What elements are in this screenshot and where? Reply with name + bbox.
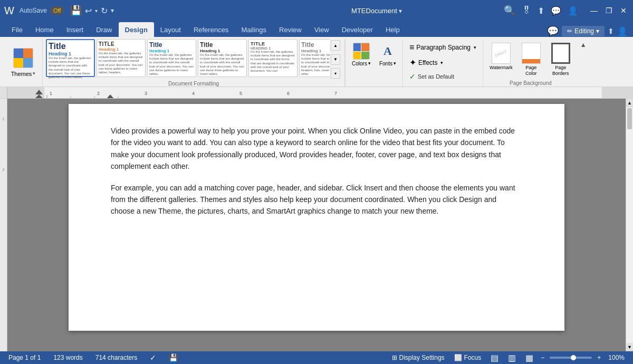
scrollbar-thumb[interactable]	[627, 108, 632, 129]
zoom-minus-button[interactable]: −	[541, 354, 544, 361]
page-count-label[interactable]: Page 1 of 1	[6, 354, 43, 361]
close-button[interactable]: ✕	[618, 5, 629, 16]
tab-home[interactable]: Home	[29, 22, 60, 37]
undo-dropdown[interactable]: ▾	[95, 8, 98, 14]
autosave-label: AutoSave	[20, 7, 47, 14]
copilot-icon[interactable]: 🎖	[522, 5, 531, 16]
zoom-thumb[interactable]	[571, 355, 576, 360]
tab-layout[interactable]: Layout	[154, 22, 187, 37]
style1-heading: Heading 1	[49, 51, 92, 56]
svg-text:5: 5	[239, 91, 242, 96]
proofing-button[interactable]: ✓	[148, 353, 158, 362]
ruler-main: 1 2 3 4 5 6 7	[7, 87, 633, 98]
page-color-button[interactable]: PageColor	[518, 41, 544, 78]
svg-text:4: 4	[192, 91, 195, 96]
print-layout-button[interactable]: ▤	[488, 353, 501, 363]
ribbon-collapse-button[interactable]: ▲	[578, 39, 589, 87]
zoom-slider[interactable]	[550, 357, 592, 359]
focus-icon: ⬜	[454, 354, 462, 361]
zoom-level-label[interactable]: 100%	[606, 354, 627, 361]
doc-paragraph-1[interactable]: Video provides a powerful way to help yo…	[111, 125, 522, 173]
style3-heading: Heading 1	[149, 49, 194, 53]
tab-file[interactable]: File	[5, 22, 29, 37]
doc-formatting-label: Document Formatting	[46, 81, 341, 87]
zoom-plus-button[interactable]: +	[597, 354, 601, 361]
people-icon[interactable]: 👤	[568, 6, 578, 16]
colors-button[interactable]: Colors ▾	[349, 41, 374, 84]
title-dropdown[interactable]: ▾	[399, 7, 402, 15]
undo-button[interactable]: ↩	[85, 6, 92, 16]
tab-mailings[interactable]: Mailings	[235, 22, 273, 37]
style-item-6[interactable]: Title Heading 1 On the Insert tab, the g…	[299, 39, 330, 77]
title-bar-right: 🔍 🎖 ⬆ 💬 👤 — ❐ ✕	[504, 5, 629, 16]
document-scroll-area[interactable]: Video provides a powerful way to help yo…	[7, 99, 626, 351]
read-mode-button[interactable]: ▦	[523, 353, 535, 363]
tab-insert[interactable]: Insert	[60, 22, 90, 37]
colors-label: Colors	[352, 61, 367, 66]
style-scroll-down[interactable]: ▼	[331, 54, 340, 65]
style-scroll-up[interactable]: ▲	[331, 40, 340, 51]
para-spacing-dropdown: ▾	[474, 45, 476, 50]
editing-button[interactable]: ✏ Editing ▾	[562, 26, 605, 36]
colors-fonts-group: Colors ▾ A Fonts ▾	[345, 39, 402, 87]
char-count-label[interactable]: 714 characters	[93, 354, 139, 361]
save-icon[interactable]: 💾	[70, 5, 82, 16]
style-item-3[interactable]: Title Heading 1 On the Insert tab, the g…	[147, 39, 196, 77]
doc-paragraph-2[interactable]: For example, you can add a matching cove…	[111, 182, 522, 217]
display-settings-icon: ⊞	[392, 354, 397, 361]
customize-qat[interactable]: ▾	[111, 7, 114, 14]
style-item-1[interactable]: Title Heading 1 On the Insert tab, the g…	[46, 39, 95, 77]
page-borders-button[interactable]: PageBorders	[548, 41, 574, 78]
paragraph-spacing-button[interactable]: ≡ Paragraph Spacing ▾	[407, 41, 478, 54]
theme-color-1	[14, 49, 23, 58]
svg-rect-2	[602, 87, 633, 98]
set-default-button[interactable]: ✓ Set as Default	[407, 71, 478, 82]
comment-icon[interactable]: 💬	[551, 6, 561, 16]
page-color-swatch	[522, 59, 540, 63]
tab-design[interactable]: Design	[119, 22, 154, 37]
editing-pencil-icon: ✏	[567, 27, 572, 35]
effects-icon: ✦	[409, 58, 416, 68]
restore-button[interactable]: ❐	[603, 5, 614, 16]
scrollbar-up-button[interactable]: ▲	[626, 99, 633, 107]
style5-heading: HEADING 1	[251, 46, 295, 50]
themes-button[interactable]: Themes ▾	[7, 44, 39, 79]
minimize-button[interactable]: —	[589, 5, 599, 16]
fonts-button[interactable]: A Fonts ▾	[376, 41, 399, 84]
style-scroll-more[interactable]: ▾	[331, 68, 340, 79]
focus-button[interactable]: ⬜ Focus	[452, 354, 484, 361]
style-item-5[interactable]: TITLE HEADING 1 On the Insert tab, the g…	[248, 39, 298, 77]
tab-review[interactable]: Review	[273, 22, 308, 37]
ribbon-tab-right: 💬 ✏ Editing ▾ ⬆ 👤	[547, 25, 628, 37]
style-item-4[interactable]: Title Heading 1 On the Insert tab, the g…	[198, 39, 247, 77]
tab-view[interactable]: View	[308, 22, 335, 37]
person-tab-icon[interactable]: 👤	[617, 26, 628, 36]
tab-references[interactable]: References	[187, 22, 235, 37]
document-page: Video provides a powerful way to help yo…	[69, 104, 564, 331]
display-settings-button[interactable]: ⊞ Display Settings	[390, 354, 447, 361]
scrollbar-track[interactable]	[626, 107, 633, 343]
tab-draw[interactable]: Draw	[90, 22, 118, 37]
tab-help[interactable]: Help	[379, 22, 406, 37]
search-icon[interactable]: 🔍	[504, 5, 515, 16]
style-item-2[interactable]: TITLE Heading 1 On the Insert tab, the g…	[97, 39, 146, 77]
themes-label: Themes	[11, 71, 32, 77]
tab-developer[interactable]: Developer	[335, 22, 379, 37]
scrollbar-down-button[interactable]: ▼	[626, 343, 633, 351]
accessibility-button[interactable]: 💾	[167, 353, 180, 362]
word-count-label[interactable]: 123 words	[51, 354, 84, 361]
ribbon-tab-bar: File Home Insert Draw Design Layout Refe…	[0, 21, 633, 37]
watermark-button[interactable]: DRAFT Watermark	[487, 41, 515, 78]
themes-group-label	[7, 84, 39, 87]
svg-rect-0	[7, 87, 633, 98]
styles-scroll-area: Title Heading 1 On the Insert tab, the g…	[46, 39, 330, 80]
comment-tab-icon[interactable]: 💬	[547, 25, 559, 37]
svg-text:2: 2	[97, 91, 100, 96]
themes-icon	[12, 46, 35, 70]
redo-button[interactable]: ↻	[101, 6, 108, 16]
effects-button[interactable]: ✦ Effects ▾	[407, 56, 478, 69]
share-icon[interactable]: ⬆	[538, 6, 544, 16]
web-layout-button[interactable]: ▥	[506, 353, 518, 363]
share-tab-icon[interactable]: ⬆	[608, 27, 614, 35]
autosave-toggle[interactable]: Off	[50, 6, 64, 15]
